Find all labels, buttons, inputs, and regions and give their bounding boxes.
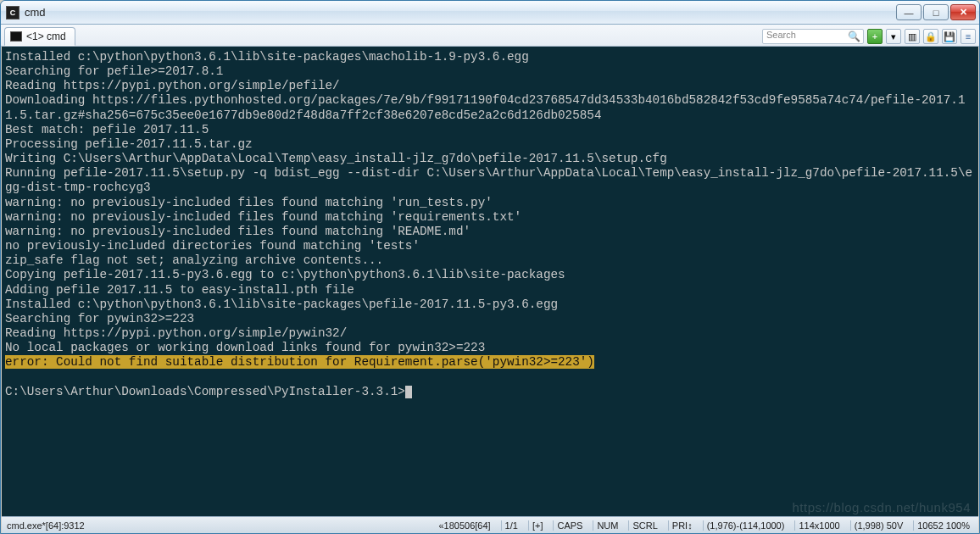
terminal-line: Processing pefile-2017.11.5.tar.gz <box>5 137 978 152</box>
window-buttons: — □ ✕ <box>896 4 976 20</box>
app-icon: C <box>6 6 19 19</box>
status-segment: [+] <box>528 520 547 531</box>
terminal-prompt[interactable]: C:\Users\Arthur\Downloads\Compressed\PyI… <box>5 385 978 399</box>
terminal-line: Searching for pywin32>=223 <box>5 312 978 326</box>
status-segment: NUM <box>593 520 621 531</box>
window-titlebar: C cmd — □ ✕ <box>1 1 979 25</box>
terminal-line: Installed c:\python\python3.6.1\lib\site… <box>5 50 978 64</box>
terminal-line: Searching for pefile>=2017.8.1 <box>5 64 978 79</box>
tab-label: <1> cmd <box>26 31 66 42</box>
search-icon: 🔍 <box>848 31 860 42</box>
terminal-line: Copying pefile-2017.11.5-py3.6.egg to c:… <box>5 268 978 282</box>
terminal-line: Running pefile-2017.11.5\setup.py -q bdi… <box>5 166 978 195</box>
toolbar: Search 🔍 + ▾ ▥ 🔒 💾 ≡ <box>762 29 976 46</box>
terminal-line: warning: no previously-included files fo… <box>5 196 978 210</box>
lock-button[interactable]: 🔒 <box>923 29 938 44</box>
menu-button[interactable]: ≡ <box>961 29 976 44</box>
panel-button[interactable]: ▥ <box>905 29 920 44</box>
status-segment: 1/1 <box>501 520 521 531</box>
dropdown-button[interactable]: ▾ <box>886 29 901 44</box>
status-segment: CAPS <box>553 520 586 531</box>
status-segment: (1,998) 50V <box>850 520 906 531</box>
terminal-line: Adding pefile 2017.11.5 to easy-install.… <box>5 283 978 298</box>
tab-cmd[interactable]: <1> cmd <box>4 27 75 46</box>
save-button[interactable]: 💾 <box>942 29 957 44</box>
terminal-line: zip_safe flag not set; analyzing archive… <box>5 253 978 268</box>
new-tab-button[interactable]: + <box>867 29 883 44</box>
cmd-icon <box>10 31 22 42</box>
terminal-line: Best match: pefile 2017.11.5 <box>5 123 978 137</box>
status-segment: 10652 100% <box>913 520 973 531</box>
terminal-line: warning: no previously-included files fo… <box>5 210 978 225</box>
status-segment: (1,976)-(114,1000) <box>703 520 788 531</box>
terminal-line: Downloading https://files.pythonhosted.o… <box>5 93 978 122</box>
search-input[interactable]: Search 🔍 <box>762 29 864 44</box>
status-right: «180506[64]1/1[+]CAPSNUMSCRLPRI↕(1,976)-… <box>435 520 973 531</box>
terminal-error-line: error: Could not find suitable distribut… <box>5 355 978 370</box>
status-segment: PRI↕ <box>668 520 696 531</box>
tab-bar: <1> cmd Search 🔍 + ▾ ▥ 🔒 💾 ≡ <box>1 25 979 47</box>
minimize-button[interactable]: — <box>896 4 922 20</box>
status-process: cmd.exe*[64]:9312 <box>7 520 85 531</box>
terminal-line: no previously-included directories found… <box>5 239 978 253</box>
terminal-line: Writing C:\Users\Arthur\AppData\Local\Te… <box>5 152 978 166</box>
cursor <box>405 386 412 398</box>
maximize-button[interactable]: □ <box>923 4 949 20</box>
terminal-line: Reading https://pypi.python.org/simple/p… <box>5 326 978 341</box>
search-placeholder: Search <box>766 30 796 40</box>
terminal-line: Installed c:\python\python3.6.1\lib\site… <box>5 298 978 312</box>
terminal-line: No local packages or working download li… <box>5 341 978 355</box>
status-segment: SCRL <box>628 520 660 531</box>
terminal-line: warning: no previously-included files fo… <box>5 225 978 239</box>
window-title: cmd <box>25 6 46 19</box>
terminal-line: Reading https://pypi.python.org/simple/p… <box>5 79 978 93</box>
terminal-output[interactable]: Installed c:\python\python3.6.1\lib\site… <box>2 47 978 516</box>
status-bar: cmd.exe*[64]:9312 «180506[64]1/1[+]CAPSN… <box>2 516 978 533</box>
close-button[interactable]: ✕ <box>950 4 976 20</box>
status-segment: «180506[64] <box>435 520 493 531</box>
status-segment: 114x1000 <box>794 520 843 531</box>
